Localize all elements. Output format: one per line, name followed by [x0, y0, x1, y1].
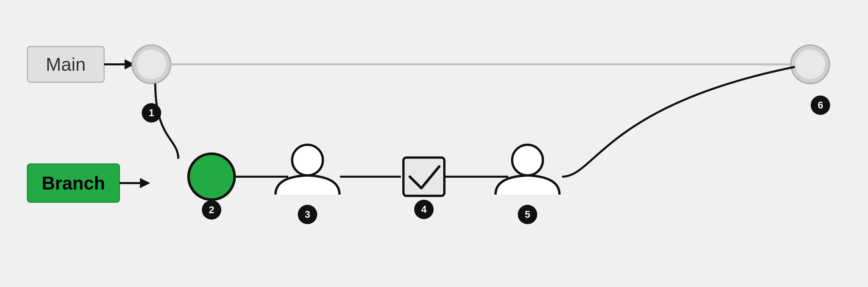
node-5-head [512, 145, 543, 175]
badge-1-text: 1 [149, 107, 154, 118]
node-2-circle [189, 154, 235, 200]
main-start-circle-inner [136, 49, 166, 79]
badge-4-text: 4 [421, 204, 427, 215]
branch-label-text: Branch [41, 173, 105, 193]
diagram-container: Main Branch 1 2 [12, 16, 856, 271]
main-end-circle-inner [795, 49, 825, 79]
badge-3-text: 3 [305, 209, 310, 220]
badge-2-text: 2 [209, 205, 214, 215]
main-label-text: Main [45, 54, 86, 75]
badge-6-text: 6 [817, 100, 823, 111]
badge-5-text: 5 [525, 209, 530, 220]
node-3-head [292, 145, 323, 175]
